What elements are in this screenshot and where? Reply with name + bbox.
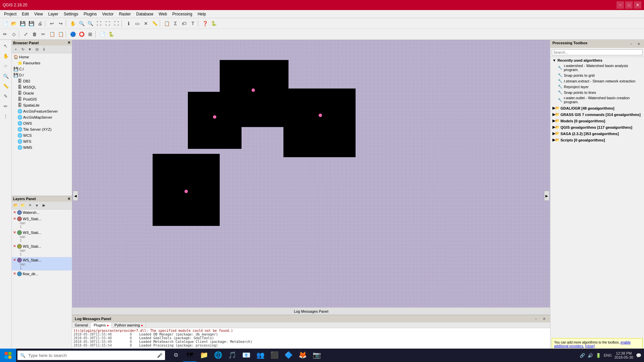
map-scroll-left[interactable]: ◀ [73, 191, 78, 201]
network-icon[interactable]: 🔗 [580, 353, 585, 358]
tb2-ring[interactable]: ⭕ [77, 30, 86, 38]
layer-check-5[interactable]: ✕ [13, 258, 16, 262]
tb2-node[interactable]: ◇ [9, 30, 18, 38]
tb-zoom-out[interactable]: 🔍 [86, 19, 95, 27]
tb-text[interactable]: T [189, 19, 197, 27]
layers-more[interactable]: ▶ [41, 202, 47, 208]
side-touch[interactable]: ☞ [1, 61, 10, 71]
layer-check-4[interactable]: ✕ [13, 244, 16, 248]
taskbar-app-spotify[interactable]: 🎵 [225, 349, 239, 362]
browser-item-wms[interactable]: 🌐 WMS [12, 144, 71, 150]
proc-recent-2[interactable]: 🔧 Snap points to grid [551, 72, 643, 78]
browser-add[interactable]: + [12, 46, 19, 52]
tb2-csv[interactable]: 📄 [98, 30, 107, 38]
proc-minimize[interactable]: − [628, 41, 635, 47]
layers-panel-close[interactable]: ✕ [67, 197, 70, 201]
layer-check-1[interactable]: ✕ [13, 210, 16, 215]
menu-help[interactable]: Help [195, 11, 209, 17]
menu-plugins[interactable]: Plugins [81, 11, 99, 17]
layer-check-3[interactable]: ✕ [13, 230, 16, 235]
tb-zoom-in[interactable]: 🔍 [77, 19, 86, 27]
layer-watershed[interactable]: ✕ Watersh... [12, 209, 72, 216]
tb-zoom-layer[interactable]: ⛶ [103, 19, 112, 27]
taskbar-app-teams[interactable]: 👥 [254, 349, 267, 362]
tb2-copy[interactable]: 📋 [48, 30, 56, 38]
side-more[interactable]: ⋮ [1, 112, 10, 121]
proc-grass-header[interactable]: ▶ 📂 GRASS GIS 7 commands [314 geoalgorit… [551, 112, 643, 117]
layers-open-layer[interactable]: 📂 [12, 202, 19, 208]
browser-item-oracle[interactable]: 🗄 Oracle [12, 90, 71, 96]
side-arrow[interactable]: ↖ [1, 41, 10, 51]
tb-deselect[interactable]: ✕ [142, 19, 150, 27]
taskbar-clock[interactable]: 12:38 PM 2018-05-30 [614, 351, 633, 359]
proc-search-input[interactable] [552, 49, 643, 55]
tb2-move[interactable]: ⤢ [21, 30, 30, 38]
proc-models-header[interactable]: ▶ 📂 Models [0 geoalgorithms] [551, 118, 643, 124]
browser-collapse[interactable]: ⊟ [34, 46, 40, 52]
layers-remove[interactable]: ✕ [26, 202, 33, 208]
browser-item-arcfeature[interactable]: 🌐 ArcGisFeatureServer [12, 108, 71, 114]
log-tab-general[interactable]: General [72, 322, 91, 328]
menu-vector[interactable]: Vector [100, 11, 116, 17]
layer-ws-stati-4[interactable]: ✕ WS_Stati... nan 1 [12, 257, 72, 271]
tb-attr[interactable]: 📋 [162, 19, 171, 27]
tb-open[interactable]: 📂 [9, 19, 18, 27]
layer-ws-stati-3[interactable]: ✕ WS_Stati... nan 1 [12, 243, 72, 257]
browser-item-db2[interactable]: 🗄 DB2 [12, 78, 71, 84]
menu-layer[interactable]: Layer [46, 11, 61, 17]
menu-web[interactable]: Web [156, 11, 169, 17]
log-tab-python[interactable]: Python warning ● [112, 322, 146, 328]
tb-python[interactable]: 🐍 [209, 19, 218, 27]
tb2-cut[interactable]: ✂ [39, 30, 48, 38]
notification-icon[interactable]: 💬 [636, 353, 641, 358]
battery-icon[interactable]: 🔋 [596, 353, 601, 358]
menu-edit[interactable]: Edit [19, 11, 32, 17]
proc-scripts-header[interactable]: ▶ 📂 Scripts [0 geoalgorithms] [551, 137, 643, 143]
tb-identify[interactable]: ℹ [124, 19, 133, 27]
taskbar-lang[interactable]: ENG [604, 353, 612, 357]
layers-new-group[interactable]: 📁 [19, 202, 26, 208]
browser-item-ows[interactable]: 🌐 OWS [12, 120, 71, 126]
taskbar-mic-icon[interactable]: 🎤 [157, 353, 162, 358]
browser-item-arcmap[interactable]: 🌐 ArcGisMapServer [12, 114, 71, 120]
map-area[interactable]: ◀ ▶ Log Messages Panel Log Messages Pane… [72, 40, 550, 352]
tb-zoom-sel[interactable]: ⛶ [112, 19, 121, 27]
tb-label[interactable]: 🏷 [180, 19, 189, 27]
tb-zoom-full[interactable]: ⛶ [95, 19, 103, 27]
start-button[interactable] [0, 349, 16, 362]
tb2-merge[interactable]: ⊞ [86, 30, 95, 38]
side-zoom[interactable]: 🔍 [1, 71, 10, 81]
browser-item-home[interactable]: 🏠 Home [12, 54, 71, 60]
log-tab-plugins[interactable]: Plugins ● [91, 322, 112, 328]
proc-close[interactable]: ✕ [635, 41, 642, 47]
proc-saga-header[interactable]: ▶ 📂 SAGA (2.3.2) [353 geoalgorithms] [551, 131, 643, 136]
tb-save-as[interactable]: 💾 [27, 19, 36, 27]
minimize-button[interactable]: − [616, 1, 624, 9]
side-pan[interactable]: ✋ [1, 51, 10, 61]
proc-qgis-header[interactable]: ▶ 📂 QGIS geoalgorithms [117 geoalgorithm… [551, 124, 643, 130]
maximize-button[interactable]: □ [625, 1, 633, 9]
tb-new[interactable]: 📄 [1, 19, 9, 27]
browser-item-wfs[interactable]: 🌐 WFS [12, 138, 71, 144]
browser-panel-close[interactable]: ✕ [67, 41, 70, 45]
proc-hint-link2[interactable]: [close] [585, 344, 595, 348]
taskbar-app-explorer[interactable]: 📁 [197, 349, 211, 362]
proc-recent-3[interactable]: 🔧 r.stream.extract - Stream network extr… [551, 78, 643, 84]
tb2-py2[interactable]: 🐍 [107, 30, 115, 38]
taskbar-app-email[interactable]: 📧 [239, 349, 253, 362]
menu-view[interactable]: View [32, 11, 46, 17]
tb-pan[interactable]: ✋ [68, 19, 77, 27]
proc-recent-header[interactable]: ▼ Recently used algorithms [551, 58, 643, 63]
browser-item-postgis[interactable]: 🗄 PostGIS [12, 96, 71, 102]
browser-item-favourites[interactable]: ⭐ Favourites [12, 60, 71, 66]
browser-refresh[interactable]: ↻ [19, 46, 26, 52]
browser-item-spatialite[interactable]: 🗄 SpatiaLite [12, 102, 71, 108]
browser-item-wcs[interactable]: 🌐 WCS [12, 132, 71, 138]
taskbar-app-browser[interactable]: 🦊 [296, 349, 309, 362]
log-close[interactable]: ✕ [541, 316, 547, 322]
proc-recent-5[interactable]: 🔧 Snap points to lines [551, 89, 643, 95]
browser-item-d[interactable]: 💾 D:/ [12, 72, 71, 78]
side-annotate[interactable]: ✎ [1, 92, 10, 101]
menu-processing[interactable]: Processing [170, 11, 195, 17]
taskbar-app-qgis[interactable]: 🗺 [183, 349, 197, 362]
